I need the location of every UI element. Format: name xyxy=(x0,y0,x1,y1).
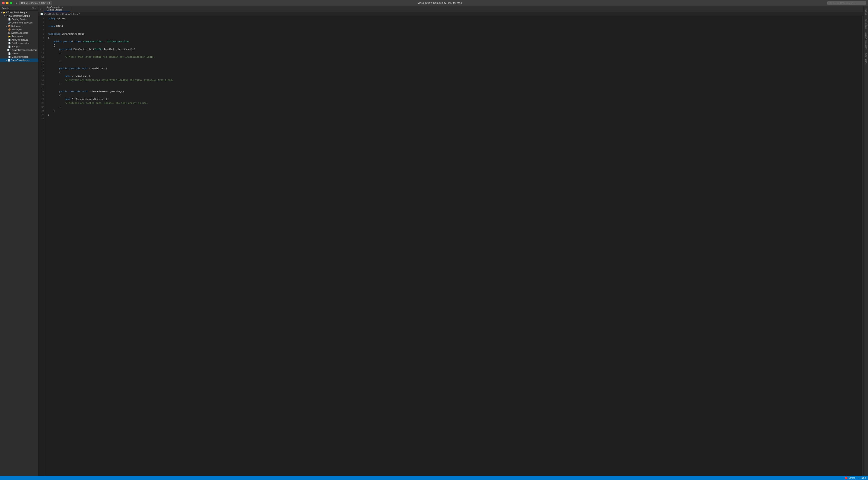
titlebar: ▶ Debug › iPhone X iOS 11.4 Visual Studi… xyxy=(0,0,868,6)
right-sidebar-tab-document-outline[interactable]: Document Outline xyxy=(864,31,867,51)
minimize-button[interactable] xyxy=(6,2,8,4)
code-line: { xyxy=(48,70,860,74)
sidebar-item-appdelegate-cs[interactable]: 📄AppDelegate.cs xyxy=(0,38,38,41)
right-sidebar-tab-properties[interactable]: Properties xyxy=(864,18,867,31)
code-line: { xyxy=(48,36,860,40)
code-token: UIKit; xyxy=(55,25,65,28)
code-token: using xyxy=(48,25,55,28)
code-token: : xyxy=(103,40,107,43)
code-token: public xyxy=(59,90,68,93)
nav-forward-icon[interactable]: › xyxy=(41,7,42,10)
code-line xyxy=(48,86,860,90)
editor: 1234567891011121314151617181920212223242… xyxy=(38,16,863,476)
sidebar-item-csharpmathsample-root[interactable]: ▶📁CSharpMathSample xyxy=(0,11,38,14)
traffic-lights xyxy=(2,2,12,4)
breadcrumb-method[interactable]: ViewDidLoad() xyxy=(65,13,80,15)
sidebar-item-main-cs[interactable]: 📄Main.cs xyxy=(0,52,38,55)
errors-status[interactable]: 🔴 Errors xyxy=(845,477,855,479)
code-editor[interactable]: using System; using UIKit; namespace CSh… xyxy=(46,16,862,476)
line-number: 4 xyxy=(38,28,44,32)
right-sidebar-tabs: ToolboxPropertiesDocument OutlineUser Ta… xyxy=(864,7,867,65)
line-number: 10 xyxy=(38,51,44,55)
tree-item-label: CSharpMathSample xyxy=(9,14,30,17)
code-token: override xyxy=(69,67,80,70)
code-token xyxy=(62,40,63,43)
line-number: 12 xyxy=(38,59,44,63)
line-number: 3 xyxy=(38,24,44,28)
chevron-icon: ▶ xyxy=(1,11,2,13)
tab-appdelegate[interactable]: AppDelegate.cs xyxy=(44,6,70,8)
tab-getting-started[interactable]: Getting Started xyxy=(44,8,70,11)
tree-item-label: CSharpMathSample xyxy=(6,11,27,14)
code-token: base xyxy=(65,98,70,101)
file-icon: 📦 xyxy=(8,25,10,27)
close-button[interactable] xyxy=(2,2,5,4)
sidebar-item-launchscreen-storyboard[interactable]: 📄LaunchScreen.storyboard xyxy=(0,48,38,52)
code-token xyxy=(48,102,65,104)
breadcrumb-class[interactable]: ViewController xyxy=(44,13,59,15)
scrollbar[interactable] xyxy=(862,16,863,476)
sidebar-item-references[interactable]: ▶📦References xyxy=(0,24,38,28)
line-number: 23 xyxy=(38,101,44,105)
line-number: 11 xyxy=(38,55,44,59)
file-icon: 🔗 xyxy=(8,22,11,24)
sidebar-item-assets-xcassets[interactable]: 🖼Assets.xcassets xyxy=(0,31,38,35)
titlebar-left: ▶ Debug › iPhone X iOS 11.4 xyxy=(2,1,52,5)
debug-config[interactable]: Debug › iPhone X iOS 11.4 xyxy=(19,1,52,5)
code-line xyxy=(48,21,860,24)
code-line: base.ViewDidLoad(); xyxy=(48,74,860,78)
search-input[interactable] xyxy=(828,1,866,5)
line-number: 9 xyxy=(38,47,44,51)
sidebar-expand-icon[interactable]: ⊞ xyxy=(32,7,34,10)
sidebar-item-packages[interactable]: 📦Packages xyxy=(0,28,38,31)
sidebar-item-resources[interactable]: 📁Resources xyxy=(0,35,38,38)
sidebar-item-connected-services[interactable]: 🔗Connected Services xyxy=(0,21,38,24)
code-token: // Perform any additional setup after lo… xyxy=(65,79,173,82)
debug-separator: › xyxy=(29,2,30,4)
line-number: 2 xyxy=(38,21,44,24)
content-area: ‹ › AppDelegate.csGetting StartedViewCon… xyxy=(38,6,863,476)
code-token: DidReceiveMemoryWarning() xyxy=(87,90,124,93)
run-button[interactable]: ▶ xyxy=(16,2,18,4)
tree-item-label: Main.storyboard xyxy=(11,56,28,58)
line-number: 16 xyxy=(38,74,44,78)
right-sidebar-tab-user-tasks[interactable]: User Tasks xyxy=(864,51,867,65)
sidebar-item-info-plist[interactable]: 📄Info.plist xyxy=(0,45,38,48)
tree-item-label: Assets.xcassets xyxy=(11,32,28,34)
code-token: class xyxy=(74,40,82,43)
sidebar-item-viewcontroller-cs[interactable]: ▶📄ViewController.cs xyxy=(0,59,38,62)
tree-item-label: Entitlements.plist xyxy=(11,42,29,44)
code-line: } xyxy=(48,82,860,86)
code-line: } xyxy=(48,113,860,117)
tree-item-label: References xyxy=(11,25,23,27)
code-token: UIViewController xyxy=(107,40,130,43)
line-number: 19 xyxy=(38,86,44,90)
right-sidebar-tab-toolbox[interactable]: Toolbox xyxy=(864,7,867,18)
sidebar-item-entitlements-plist[interactable]: 📄Entitlements.plist xyxy=(0,41,38,45)
line-number: 1 xyxy=(38,17,44,21)
file-icon: 📄 xyxy=(8,18,11,21)
sidebar-item-getting-started[interactable]: 📄Getting Started xyxy=(0,18,38,21)
tree-item-label: LaunchScreen.storyboard xyxy=(10,49,37,51)
code-token: } xyxy=(48,60,60,62)
tree-item-label: AppDelegate.cs xyxy=(11,38,28,41)
solution-sidebar: Solution ⊞ ✕ ▶📁CSharpMathSample▼📱CSharpM… xyxy=(0,6,38,476)
device-label: iPhone X iOS 11.4 xyxy=(31,2,50,4)
code-token xyxy=(48,98,65,101)
code-token: .ViewDidLoad(); xyxy=(70,75,92,77)
tasks-status[interactable]: ✓ Tasks xyxy=(858,477,866,479)
fullscreen-button[interactable] xyxy=(10,2,12,4)
file-icon: 🖼 xyxy=(8,32,10,34)
main-layout: Solution ⊞ ✕ ▶📁CSharpMathSample▼📱CSharpM… xyxy=(0,6,868,476)
debug-label: Debug xyxy=(21,2,28,4)
line-number: 22 xyxy=(38,97,44,101)
sidebar-item-csharpmathsample-proj[interactable]: ▼📱CSharpMathSample xyxy=(0,14,38,18)
errors-label: Errors xyxy=(848,477,855,479)
nav-back-icon[interactable]: ‹ xyxy=(40,7,40,10)
file-icon: 📄 xyxy=(8,39,11,41)
code-line: // Note: this .ctor should not contain a… xyxy=(48,55,860,59)
code-line: namespace CSharpMathSample xyxy=(48,32,860,36)
sidebar-item-main-storyboard[interactable]: 📄Main.storyboard xyxy=(0,55,38,59)
errors-icon: 🔴 xyxy=(845,477,848,479)
sidebar-close-icon[interactable]: ✕ xyxy=(35,7,36,10)
